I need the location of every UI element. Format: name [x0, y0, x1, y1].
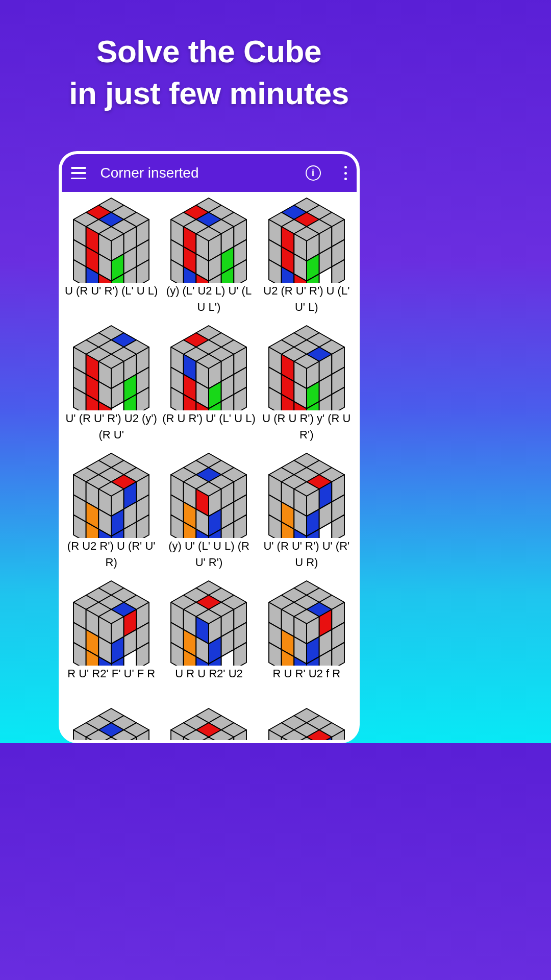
cube-icon	[267, 578, 346, 666]
promo-line-2: in just few minutes	[69, 76, 349, 111]
cube-grid: U (R U' R') (L' U L)(y) (L' U2 L) U' (L …	[64, 194, 355, 740]
cube-icon	[169, 195, 248, 283]
algorithm-text: (R U R') U' (L' U L)	[161, 410, 257, 444]
content: U (R U' R') (L' U L)(y) (L' U2 L) U' (L …	[62, 192, 357, 740]
cube-icon	[71, 323, 151, 410]
cube-icon	[267, 195, 346, 283]
cube-cell[interactable]: R U R' U2 f R	[259, 577, 354, 702]
algorithm-text: U' (R U' R') U2 (y') (R U'	[64, 410, 159, 444]
cube-cell[interactable]: (y) U' (L' U L) (R U' R')	[161, 449, 257, 575]
app-bar: Corner inserted i	[62, 154, 357, 192]
cube-cell[interactable]: U (R U' R') (L' U L)	[64, 194, 159, 320]
phone-frame: Corner inserted i U (R U' R') (L' U L)(y…	[59, 151, 360, 743]
cube-icon	[267, 450, 346, 538]
promo-line-1: Solve the Cube	[96, 34, 321, 69]
algorithm-text: (R U2 R') U (R' U' R)	[64, 538, 159, 572]
cube-cell[interactable]: (R U2 R') U (R' U' R)	[64, 449, 159, 575]
cube-cell[interactable]: U R U R2' U2	[161, 577, 257, 702]
algorithm-text: R U R' U2 f R	[272, 666, 342, 699]
cube-cell[interactable]: U2 (R U' R') U (L' U' L)	[259, 194, 354, 320]
algorithm-text: (y) (L' U2 L) U' (L U L')	[161, 283, 257, 316]
cube-icon	[169, 450, 248, 538]
cube-cell[interactable]: U' (R U' R') U2 (y') (R U'	[64, 322, 159, 447]
cube-icon	[71, 578, 151, 666]
algorithm-text: U (R U R') y' (R U R')	[259, 410, 354, 444]
algorithm-text: U (R U' R') (L' U L)	[64, 283, 159, 316]
cube-icon	[267, 705, 346, 740]
cube-cell[interactable]: U' (R U' R') U' (R' U R)	[259, 449, 354, 575]
promo-title: Solve the Cube in just few minutes	[0, 31, 418, 114]
cube-cell[interactable]: (R U R') U' (L' U L)	[161, 322, 257, 447]
page-title: Corner inserted	[101, 165, 291, 181]
cube-icon	[169, 705, 248, 740]
cube-icon	[71, 450, 151, 538]
cube-icon	[71, 195, 151, 283]
cube-cell[interactable]	[64, 704, 159, 740]
algorithm-text: (y) U' (L' U L) (R U' R')	[161, 538, 257, 572]
cube-icon	[71, 705, 151, 740]
more-icon[interactable]	[344, 166, 347, 180]
algorithm-text: U' (R U' R') U' (R' U R)	[259, 538, 354, 572]
cube-icon	[267, 323, 346, 410]
algorithm-text: R U' R2' F' U' F R	[66, 666, 156, 699]
cube-cell[interactable]: U (R U R') y' (R U R')	[259, 322, 354, 447]
cube-icon	[169, 578, 248, 666]
cube-cell[interactable]: (y) (L' U2 L) U' (L U L')	[161, 194, 257, 320]
info-icon[interactable]: i	[306, 165, 321, 181]
cube-cell[interactable]	[161, 704, 257, 740]
algorithm-text: U R U R2' U2	[174, 666, 244, 699]
cube-icon	[169, 323, 248, 410]
cube-cell[interactable]: R U' R2' F' U' F R	[64, 577, 159, 702]
algorithm-text: U2 (R U' R') U (L' U' L)	[259, 283, 354, 316]
cube-cell[interactable]	[259, 704, 354, 740]
menu-icon[interactable]	[71, 167, 86, 179]
